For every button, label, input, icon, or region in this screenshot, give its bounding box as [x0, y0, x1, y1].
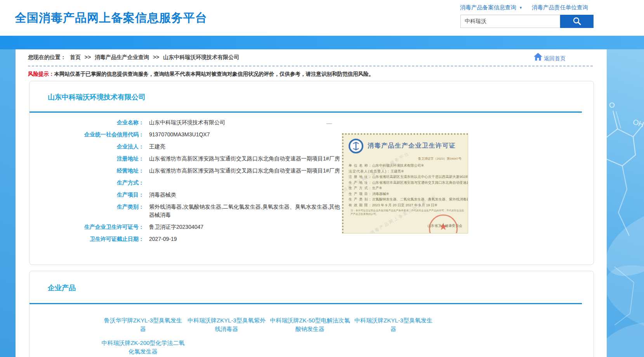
field-row-license-number: 生产企业卫生许可证号： 鲁卫消证字202304047 [30, 223, 363, 231]
certificate-note: 注：本许可证仅证明企业具备消毒产品生产条件要求，不代表对企业生产产品的许可，不代… [351, 209, 465, 216]
field-row-production-method: 生产方式： [30, 179, 363, 187]
field-value: 91370700MA3M3U1QX7 [149, 131, 210, 139]
breadcrumb-item-current-company: 山东中科瑞沃环境技术有限公司 [163, 54, 239, 60]
field-row-production-category: 生产类别： 紫外线消毒器,次氯酸钠发生器,二氧化氯发生器,臭氧发生器、臭氧水发生… [30, 203, 363, 219]
chemistry-background-art: O OH [607, 49, 644, 357]
product-link[interactable]: 中科瑞沃牌ZKYL-3型臭氧紫外线消毒器 [185, 316, 268, 333]
field-row-legal-person: 企业法人： 王建亮 [30, 143, 363, 151]
certificate-line: 法定代表人(或负责人)：王建亮※ [349, 169, 468, 174]
field-value: 山东省潍坊市高新区潍安路与宝通街交叉路口东北角自动变速器一期项目1#厂房 [149, 167, 340, 175]
field-label: 卫生许可证截止日期： [30, 235, 144, 243]
svg-text:O: O [609, 101, 615, 109]
field-value: 山东省潍坊市高新区潍安路与宝通街交叉路口东北角自动变速器一期项目1#厂房 [149, 155, 340, 163]
product-link[interactable]: 中科瑞沃牌ZK-50型电解法次氯酸钠发生器 [268, 316, 352, 333]
search-input[interactable] [460, 15, 560, 28]
field-label: 注册地址： [30, 155, 144, 163]
search-bar [407, 15, 594, 28]
certificate-header: 消毒产品生产企业卫生许可证 [348, 138, 465, 155]
health-emblem-icon [348, 138, 364, 155]
certificate-line: 生 产 地 址：山东省潍坊市高新区潍安路与宝通街交叉路口东北角自动变速器一期项目… [349, 180, 468, 186]
title-underline [30, 303, 582, 304]
svg-text:OH: OH [632, 118, 644, 129]
company-info-card: 山东中科瑞沃环境技术有限公司 企业名称： 山东中科瑞沃环境技术有限公司 企业统一… [29, 81, 594, 265]
header-right: 消毒产品备案信息查询 ▼ 消毒产品责任单位查询 [407, 4, 594, 28]
breadcrumb-separator: >> [153, 54, 159, 60]
field-row-company-name: 企业名称： 山东中科瑞沃环境技术有限公司 [30, 118, 363, 127]
field-row-registered-address: 注册地址： 山东省潍坊市高新区潍安路与宝通街交叉路口东北角自动变速器一期项目1#… [30, 155, 363, 163]
company-fields: 企业名称： 山东中科瑞沃环境技术有限公司 企业统一社会信用代码： 9137070… [30, 118, 363, 247]
field-label: 企业法人： [30, 143, 144, 151]
certificate-line: 生 产 类 别：次氯酸钠发生器、二氧化氯发生器、臭氧发生器、紫外线消毒器 [349, 197, 468, 202]
breadcrumb-item-enterprise-query[interactable]: 消毒产品生产企业查询 [95, 54, 149, 60]
certificate-line: 生 产 方 式：生产※ [349, 185, 468, 191]
home-icon [533, 52, 544, 62]
certificate-number: 鲁卫消证字（2023）第04047号 [344, 157, 462, 161]
field-row-credit-code: 企业统一社会信用代码： 91370700MA3M3U1QX7 [30, 131, 363, 139]
nav-item-responsible-unit-query[interactable]: 消毒产品责任单位查询 [532, 4, 588, 11]
risk-notice-label: 风险提示： [28, 71, 54, 77]
company-card-title: 山东中科瑞沃环境技术有限公司 [48, 92, 146, 102]
certificate-fields: 单 位 名 称：山东中科瑞沃环境技术有限公司※ 法定代表人(或负责人)：王建亮※… [349, 163, 468, 208]
field-label: 企业名称： [30, 118, 144, 127]
certificate-line: 注 册 地 址：山东省潍坊高新区玉清东街以北中心次干道以西高新大厦902科研楼 [349, 174, 468, 180]
field-row-business-address: 经营地址： 山东省潍坊市高新区潍安路与宝通街交叉路口东北角自动变速器一期项目1#… [30, 167, 363, 175]
product-link[interactable]: 鲁沃华宇牌ZKYL-3型臭氧发生器 [101, 316, 185, 333]
caret-down-icon: ▼ [519, 6, 522, 10]
field-label: 生产类别： [30, 203, 144, 211]
enterprise-products-card: 企业产品 鲁沃华宇牌ZKYL-3型臭氧发生器 中科瑞沃牌ZKYL-3型臭氧紫外线… [29, 271, 594, 357]
magnifier-icon [572, 16, 582, 27]
back-home-label: 返回首页 [544, 55, 566, 62]
red-seal-star-icon: ★ [429, 214, 458, 233]
nav-item-record-info-query[interactable]: 消毒产品备案信息查询 ▼ [460, 4, 522, 11]
page-title: 全国消毒产品网上备案信息服务平台 [15, 10, 207, 26]
risk-notice: 风险提示：本网站仅基于已掌握的信息提供查询服务，查询结果不代表本网站对被查询对象… [28, 71, 374, 78]
header-nav: 消毒产品备案信息查询 ▼ 消毒产品责任单位查询 [407, 4, 588, 11]
product-link[interactable]: 中科瑞沃牌ZKYL-3型臭氧发生器 [352, 316, 435, 333]
nav-item-label: 消毒产品责任单位查询 [532, 4, 588, 11]
breadcrumb-separator: >> [85, 54, 91, 60]
field-value: 2027-09-19 [149, 235, 177, 243]
field-value: 鲁卫消证字202304047 [149, 223, 203, 231]
field-label: 经营地址： [30, 167, 144, 175]
product-list: 鲁沃华宇牌ZKYL-3型臭氧发生器 中科瑞沃牌ZKYL-3型臭氧紫外线消毒器 中… [101, 316, 443, 357]
field-label: 生产企业卫生许可证号： [30, 223, 144, 231]
certificate-line: 单 位 名 称：山东中科瑞沃环境技术有限公司※ [349, 163, 468, 169]
breadcrumb-item-home[interactable]: 首页 [70, 54, 81, 60]
hygiene-license-certificate-image: 全国消毒产品网上备案信息服务平台 全国消毒产品网上备案信息服务平台 消毒产品生产… [342, 133, 468, 233]
site-header: 全国消毒产品网上备案信息服务平台 消毒产品备案信息查询 ▼ 消毒产品责任单位查询 [0, 0, 644, 36]
content-panel: 您现在的位置： 首页 >> 消毒产品生产企业查询 >> 山东中科瑞沃环境技术有限… [16, 49, 607, 357]
field-value: 王建亮 [149, 143, 165, 151]
field-value: 紫外线消毒器,次氯酸钠发生器,二氧化氯发生器,臭氧发生器、臭氧水发生器,其他器械… [149, 203, 343, 219]
certificate-line: 生 产 项 目：消毒器械※ [349, 191, 468, 197]
field-row-production-project: 生产项目： 消毒器械类 [30, 191, 363, 199]
field-label: 生产方式： [30, 179, 144, 187]
certificate-title: 消毒产品生产企业卫生许可证 [368, 142, 456, 150]
search-button[interactable] [560, 15, 594, 28]
field-label: 生产项目： [30, 191, 144, 199]
field-label: 企业统一社会信用代码： [30, 131, 144, 139]
dashed-divider [28, 66, 593, 66]
field-row-license-expiry: 卫生许可证截止日期： 2027-09-19 [30, 235, 363, 243]
back-home-link[interactable]: 返回首页 [533, 52, 566, 62]
field-value: 消毒器械类 [149, 191, 176, 199]
dash-placeholder: — [326, 120, 332, 126]
breadcrumb: 您现在的位置： 首页 >> 消毒产品生产企业查询 >> 山东中科瑞沃环境技术有限… [28, 54, 241, 61]
products-card-title: 企业产品 [48, 283, 76, 293]
field-value: 山东中科瑞沃环境技术有限公司 [149, 118, 225, 127]
title-underline [30, 111, 582, 113]
risk-notice-text: 本网站仅基于已掌握的信息提供查询服务，查询结果不代表本网站对被查询对象信用状况的… [54, 71, 374, 77]
nav-item-label: 消毒产品备案信息查询 [460, 4, 516, 11]
breadcrumb-prefix: 您现在的位置： [28, 54, 66, 60]
top-blue-band [0, 36, 644, 49]
certificate-line: 有 效 期 限：2023 年 9 月 20 日至 2027 年 9 月 19 日… [349, 202, 468, 208]
product-link[interactable]: 中科瑞沃牌ZK-200型化学法二氧化氯发生器 [101, 339, 185, 356]
